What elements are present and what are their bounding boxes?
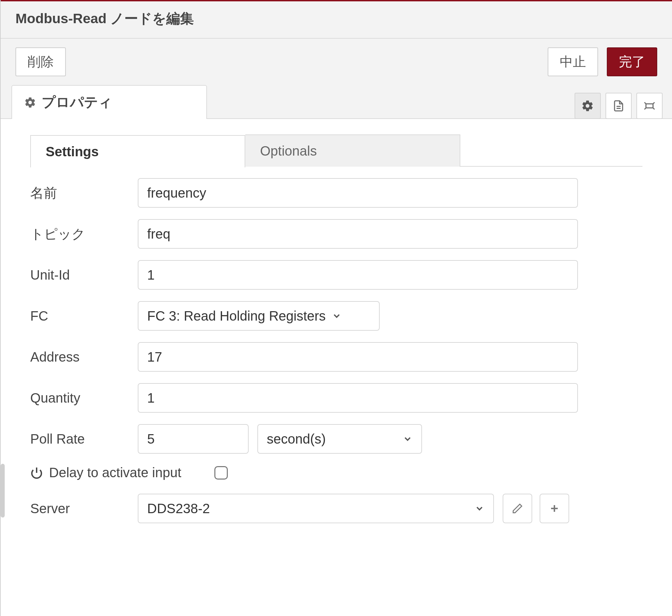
settings-form: 名前 トピック Unit-Id FC FC 3: Read Holding Re…	[30, 167, 642, 523]
fc-select-value: FC 3: Read Holding Registers	[147, 309, 326, 324]
svg-line-5	[644, 108, 646, 110]
tab-strip: プロパティ	[1, 85, 672, 119]
tab-right-icons	[575, 88, 672, 119]
label-poll-rate: Poll Rate	[30, 432, 138, 447]
label-delay: Delay to activate input	[49, 465, 181, 480]
gear-icon	[581, 99, 594, 112]
row-topic: トピック	[30, 219, 642, 249]
poll-unit-select[interactable]: second(s)	[257, 424, 422, 454]
tab-properties[interactable]: プロパティ	[11, 85, 207, 119]
row-delay: Delay to activate input	[30, 465, 642, 480]
tab-properties-label: プロパティ	[42, 93, 112, 112]
pencil-icon	[512, 503, 523, 514]
action-bar: 削除 中止 完了	[1, 39, 672, 86]
row-name: 名前	[30, 178, 642, 208]
node-description-icon-button[interactable]	[605, 93, 632, 119]
label-topic: トピック	[30, 225, 138, 243]
row-poll-rate: Poll Rate second(s)	[30, 424, 642, 454]
label-name: 名前	[30, 184, 138, 202]
fc-select[interactable]: FC 3: Read Holding Registers	[138, 301, 380, 331]
name-input[interactable]	[138, 178, 578, 208]
node-appearance-icon-button[interactable]	[636, 93, 663, 119]
power-icon	[30, 466, 43, 479]
row-fc: FC FC 3: Read Holding Registers	[30, 301, 642, 331]
server-select[interactable]: DDS238-2	[138, 494, 494, 523]
label-server: Server	[30, 501, 138, 516]
tab-settings[interactable]: Settings	[30, 135, 245, 167]
chevron-down-icon	[403, 434, 413, 444]
node-settings-icon-button[interactable]	[575, 93, 601, 119]
poll-rate-input[interactable]	[138, 424, 249, 454]
svg-line-4	[653, 102, 655, 104]
scrollbar-thumb[interactable]	[1, 464, 5, 518]
gear-icon	[24, 96, 36, 109]
row-unit-id: Unit-Id	[30, 260, 642, 290]
sub-tab-strip: Settings Optionals	[30, 134, 642, 167]
chevron-down-icon	[332, 311, 342, 321]
cancel-button[interactable]: 中止	[548, 47, 598, 76]
delete-button[interactable]: 削除	[15, 47, 66, 76]
svg-line-6	[653, 108, 655, 110]
document-icon	[613, 100, 625, 112]
content-area: Settings Optionals 名前 トピック Unit-Id FC FC…	[1, 118, 672, 616]
server-select-value: DDS238-2	[147, 501, 210, 516]
quantity-input[interactable]	[138, 383, 578, 413]
edit-server-button[interactable]	[503, 494, 532, 523]
poll-unit-value: second(s)	[267, 432, 326, 447]
appearance-icon	[643, 100, 656, 112]
done-button[interactable]: 完了	[607, 47, 657, 76]
label-unit-id: Unit-Id	[30, 268, 138, 283]
tab-optionals[interactable]: Optionals	[245, 134, 460, 167]
plus-icon	[549, 503, 560, 514]
label-fc: FC	[30, 309, 138, 324]
unit-id-input[interactable]	[138, 260, 578, 290]
row-server: Server DDS238-2	[30, 494, 642, 523]
add-server-button[interactable]	[540, 494, 569, 523]
svg-line-3	[644, 102, 646, 104]
edit-panel: Modbus-Read ノードを編集 削除 中止 完了 プロパティ	[0, 0, 672, 616]
row-address: Address	[30, 342, 642, 372]
delay-checkbox[interactable]	[214, 466, 228, 480]
row-quantity: Quantity	[30, 383, 642, 413]
address-input[interactable]	[138, 342, 578, 372]
label-quantity: Quantity	[30, 391, 138, 406]
svg-rect-2	[646, 104, 653, 108]
label-address: Address	[30, 350, 138, 365]
topic-input[interactable]	[138, 219, 578, 249]
chevron-down-icon	[474, 503, 485, 514]
panel-title: Modbus-Read ノードを編集	[1, 1, 672, 39]
